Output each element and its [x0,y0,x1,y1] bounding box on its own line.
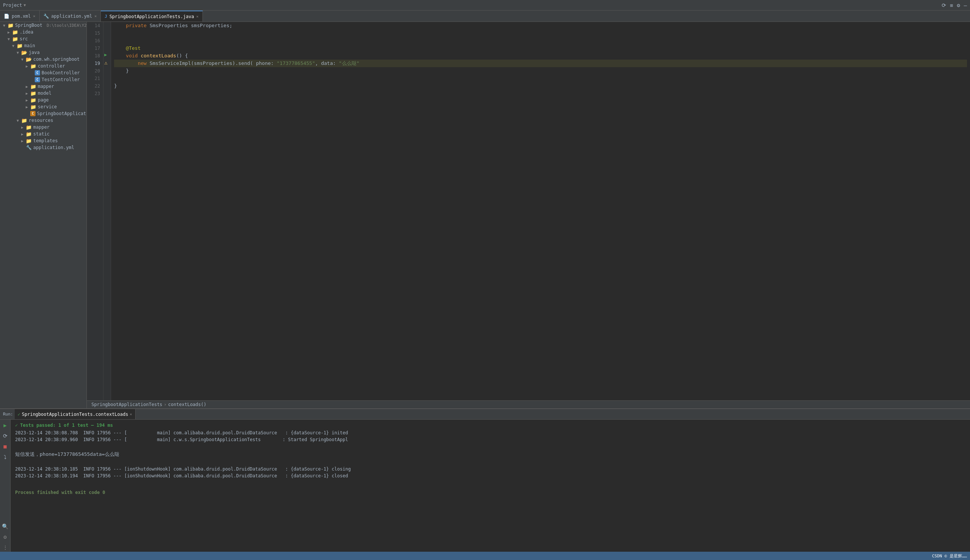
sidebar-item-bookcontroller[interactable]: C BookController [0,70,87,76]
dropdown-arrow[interactable]: ▼ [24,3,26,7]
line-num-22: 22 [87,82,103,90]
tab-yml-close[interactable]: ✕ [94,14,97,18]
yml-file-icon: 🔧 [26,145,32,150]
code-line-16 [114,37,967,45]
sidebar-item-mapper[interactable]: 📁 mapper [0,83,87,90]
run-tab-tests[interactable]: ✓ SpringbootApplicationTests.contextLoad… [15,409,135,419]
code-line-14: private SmsProperties smsProperties; [114,22,967,30]
project-label: Project [3,3,22,8]
static-arrow [21,132,26,136]
templates-folder-icon: 📁 [26,138,32,143]
service-folder-icon: 📁 [30,105,36,110]
breadcrumb-method[interactable]: contextLoads() [168,402,206,407]
tab-bar: 📄 pom.xml ✕ 🔧 application.yml ✕ J Spring… [0,10,970,22]
tab-pom-close[interactable]: ✕ [33,14,35,18]
breadcrumb-sep: › [164,402,167,407]
run-check-icon: ✓ [18,412,20,417]
breadcrumb-bar: SpringbootApplicationTests › contextLoad… [87,400,970,408]
run-play-icon[interactable]: ▶ [1,421,10,430]
springbootapp-label: SpringbootApplication [37,111,87,116]
sidebar-item-model[interactable]: 📁 model [0,90,87,97]
toolbar-icon-sync[interactable]: ⟳ [942,2,946,8]
run-tab-close[interactable]: ✕ [130,412,132,416]
sidebar-item-root[interactable]: 📁 SpringBoot D:\tools\IDEA\Y2\SpringBoot… [0,22,87,29]
main-label: main [24,43,35,48]
service-arrow [26,105,30,109]
sidebar-item-page[interactable]: 📁 page [0,97,87,103]
run-icon-line18[interactable]: ▶ [104,52,107,57]
run-scroll-icon[interactable]: ⤵ [1,453,10,461]
controller-arrow [26,64,30,68]
java-icon: J [105,14,107,19]
code-area[interactable]: private SmsProperties smsProperties; @Te… [111,22,970,400]
run-tab-name: SpringbootApplicationTests.contextLoads [22,412,129,417]
sidebar-item-res-mapper[interactable]: 📁 mapper [0,124,87,130]
warning-icon-line19: ⚠ [104,60,107,66]
static-label: static [33,131,50,137]
mapper-arrow [26,85,30,89]
resources-arrow [17,118,21,123]
top-bar: Project ▼ ⟳ ≡ ⚙ — [0,0,970,10]
run-sidebar-extra-1[interactable]: 🔍 [1,522,10,530]
java-arrow [17,50,21,55]
run-sidebar-extra-2[interactable]: ⚙ [1,533,10,541]
package-folder-icon: 📂 [26,57,32,62]
main-area: 📁 SpringBoot D:\tools\IDEA\Y2\SpringBoot… [0,22,970,408]
toolbar-icon-settings[interactable]: ⚙ [957,2,960,8]
log-line-7: 2023-12-14 20:38:10.194 INFO 17956 --- [… [15,472,965,479]
tab-pom[interactable]: 📄 pom.xml ✕ [0,10,40,22]
sidebar-item-app-yml[interactable]: 🔧 application.yml [0,144,87,151]
tab-yml-label: application.yml [51,13,92,19]
sidebar-item-resources[interactable]: 📁 resources [0,117,87,124]
run-panel: Run: ✓ SpringbootApplicationTests.contex… [0,408,970,552]
tab-tests-close[interactable]: ✕ [196,14,199,18]
sidebar-item-service[interactable]: 📁 service [0,103,87,110]
run-status-text: Tests passed: 1 of 1 test — 194 ms [20,423,113,428]
app-yml-label: application.yml [33,145,74,150]
breadcrumb-class[interactable]: SpringbootApplicationTests [91,402,162,407]
toolbar-icon-minimize[interactable]: — [964,2,967,8]
xml-icon: 📄 [4,13,10,19]
res-mapper-label: mapper [33,125,50,130]
editor-area: 14 15 16 17 18 19 20 21 22 23 ▶ ⚠ priv [87,22,970,408]
run-stop-icon[interactable]: ■ [1,442,10,450]
src-folder-icon: 📁 [12,37,18,42]
sidebar-item-springbootapp[interactable]: C SpringbootApplication [0,110,87,117]
log-line-1: 2023-12-14 20:38:08.708 INFO 17956 --- [… [15,430,965,436]
sidebar-item-main[interactable]: 📁 main [0,42,87,49]
log-line-2: 2023-12-14 20:38:09.960 INFO 17956 --- [… [15,436,965,443]
model-label: model [38,90,51,96]
sidebar-item-testcontroller[interactable]: C TestController [0,76,87,83]
java-label: java [29,50,40,55]
tab-yml[interactable]: 🔧 application.yml ✕ [40,10,101,22]
run-sidebar-extra-3[interactable]: ⋮ [1,543,10,552]
sidebar-item-src[interactable]: 📁 src [0,35,87,42]
mapper-label: mapper [38,84,54,89]
run-tab-bar: Run: ✓ SpringbootApplicationTests.contex… [0,409,970,420]
code-line-23 [114,90,967,97]
model-folder-icon: 📁 [30,91,36,96]
testcontroller-class-icon: C [35,77,40,82]
code-line-22: } [114,82,967,90]
sidebar-item-package[interactable]: 📂 com.wh.springboot [0,56,87,63]
run-status: ✓ Tests passed: 1 of 1 test — 194 ms [15,421,965,430]
editor-content[interactable]: 14 15 16 17 18 19 20 21 22 23 ▶ ⚠ priv [87,22,970,400]
run-output[interactable]: ✓ Tests passed: 1 of 1 test — 194 ms 202… [10,420,970,552]
run-content: ▶ ⟳ ■ ⤵ 🔍 ⚙ ⋮ ✓ Tests passed: 1 of 1 tes… [0,420,970,552]
run-restart-icon[interactable]: ⟳ [1,432,10,440]
tab-tests[interactable]: J SpringbootApplicationTests.java ✕ [101,10,203,22]
line-num-15: 15 [87,30,103,37]
sidebar-item-idea[interactable]: 📁 .idea [0,29,87,35]
sidebar-item-static[interactable]: 📁 static [0,130,87,137]
sidebar-item-java[interactable]: 📂 java [0,49,87,56]
sidebar: 📁 SpringBoot D:\tools\IDEA\Y2\SpringBoot… [0,22,87,408]
bottom-bar: CSDN © 是星辉…… [0,552,970,560]
log-line-6: 2023-12-14 20:38:10.185 INFO 17956 --- [… [15,466,965,472]
service-label: service [38,104,57,110]
sidebar-item-controller[interactable]: 📁 controller [0,63,87,70]
log-line-sms: 短信发送，phone=17377865455data=么么哒 [15,450,965,459]
model-arrow [26,91,30,95]
sidebar-item-templates[interactable]: 📁 templates [0,137,87,144]
toolbar-icon-lines[interactable]: ≡ [950,2,953,8]
line-num-16: 16 [87,37,103,45]
